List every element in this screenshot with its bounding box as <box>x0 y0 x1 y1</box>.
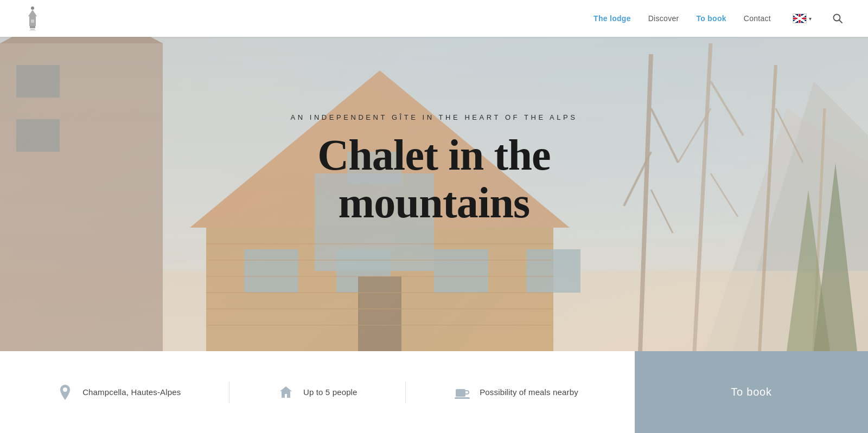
logo-icon <box>22 5 43 31</box>
divider-1 <box>229 382 229 403</box>
svg-line-5 <box>839 20 842 23</box>
feature-location: Champcella, Hautes-Alpes <box>56 384 181 401</box>
cup-icon <box>454 384 471 401</box>
to-book-label: To book <box>731 386 772 398</box>
to-book-button[interactable]: To book <box>635 351 868 433</box>
hero-content: AN INDEPENDENT GÎTE IN THE HEART OF THE … <box>217 113 651 227</box>
nav-discover[interactable]: Discover <box>648 14 679 23</box>
location-text: Champcella, Hautes-Alpes <box>82 387 181 397</box>
nav-the-lodge[interactable]: The lodge <box>593 14 631 23</box>
divider-2 <box>405 382 406 403</box>
hero-section: AN INDEPENDENT GÎTE IN THE HEART OF THE … <box>0 0 868 351</box>
flag-icon <box>793 14 807 23</box>
site-header: The lodge Discover To book Contact ▾ <box>0 0 868 37</box>
chevron-down-icon: ▾ <box>809 16 812 22</box>
svg-rect-45 <box>456 389 465 397</box>
features-bar: Champcella, Hautes-Alpes Up to 5 people … <box>0 351 635 433</box>
meals-text: Possibility of meals nearby <box>480 387 578 397</box>
main-nav: The lodge Discover To book Contact ▾ <box>593 10 846 27</box>
hero-title: Chalet in the mountains <box>217 131 651 227</box>
svg-rect-0 <box>31 7 34 10</box>
capacity-text: Up to 5 people <box>303 387 358 397</box>
nav-to-book[interactable]: To book <box>696 14 726 23</box>
house-icon <box>277 384 295 401</box>
feature-capacity: Up to 5 people <box>277 384 358 401</box>
logo[interactable] <box>22 5 43 31</box>
language-selector[interactable]: ▾ <box>793 14 812 23</box>
nav-contact[interactable]: Contact <box>744 14 771 23</box>
hero-subtitle: AN INDEPENDENT GÎTE IN THE HEART OF THE … <box>217 113 651 121</box>
svg-rect-46 <box>455 397 470 399</box>
search-button[interactable] <box>829 10 846 27</box>
svg-rect-3 <box>793 14 806 23</box>
feature-meals: Possibility of meals nearby <box>454 384 578 401</box>
pin-icon <box>56 384 74 401</box>
